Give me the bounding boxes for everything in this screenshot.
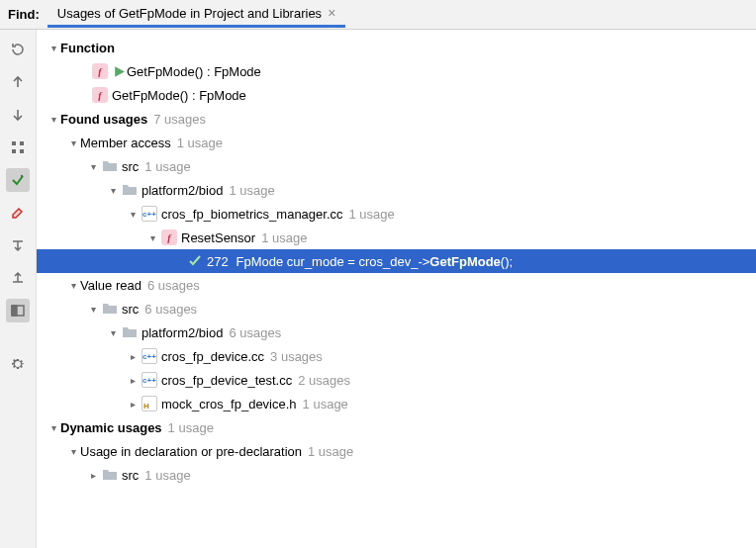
chevron-down-icon[interactable]: ▾	[126, 209, 140, 220]
node-label: src	[122, 468, 139, 483]
settings-icon[interactable]	[6, 352, 30, 376]
find-header: Find: Usages of GetFpMode in Project and…	[0, 0, 756, 30]
usage-count: 1 usage	[349, 207, 395, 222]
close-icon[interactable]: ×	[328, 5, 335, 21]
down-arrow-icon[interactable]	[6, 103, 30, 127]
svg-rect-1	[20, 141, 24, 145]
chevron-down-icon[interactable]: ▾	[106, 185, 120, 196]
preview-icon[interactable]	[6, 299, 30, 322]
function-icon: f	[90, 63, 110, 79]
chevron-down-icon[interactable]: ▾	[86, 161, 100, 172]
node-label: Found usages	[60, 112, 147, 127]
find-label: Find:	[0, 7, 47, 22]
usage-count: 1 usage	[308, 444, 353, 459]
tree-node-function-item[interactable]: f GetFpMode() : FpMode	[37, 59, 756, 83]
node-label: Member access	[80, 136, 171, 150]
usage-count: 1 usage	[229, 183, 274, 198]
tree-node-function[interactable]: ▾ Function	[37, 36, 756, 59]
node-label: Usage in declaration or pre-declaration	[80, 444, 302, 459]
toolbar	[0, 30, 37, 548]
tree-node-found-usages[interactable]: ▾ Found usages 7 usages	[37, 107, 756, 131]
tab-title: Usages of GetFpMode in Project and Libra…	[57, 6, 322, 21]
node-label: Value read	[80, 278, 142, 293]
node-label: src	[122, 159, 139, 174]
tree-node-src[interactable]: ▾ src 1 usage	[37, 154, 756, 178]
node-label: platform2/biod	[142, 325, 223, 340]
tree-node-func[interactable]: ▾ f ResetSensor 1 usage	[37, 226, 756, 249]
tree-node-dynamic-usages[interactable]: ▾ Dynamic usages 1 usage	[37, 415, 756, 439]
chevron-right-icon[interactable]: ▸	[86, 470, 100, 481]
node-label: platform2/biod	[142, 183, 223, 198]
cpp-file-icon: c++	[140, 348, 159, 364]
show-read-icon[interactable]	[6, 168, 30, 192]
node-label: ResetSensor	[181, 230, 255, 245]
usage-read-icon	[185, 254, 205, 268]
tree-node-src[interactable]: ▸ src 1 usage	[37, 463, 756, 487]
find-tab[interactable]: Usages of GetFpMode in Project and Libra…	[47, 1, 346, 28]
collapse-icon[interactable]	[6, 266, 30, 290]
svg-rect-3	[20, 149, 24, 153]
group-icon[interactable]	[6, 136, 30, 159]
folder-icon	[120, 324, 140, 340]
svg-point-4	[21, 175, 23, 177]
node-label: cros_fp_biometrics_manager.cc	[161, 207, 343, 222]
expand-icon[interactable]	[6, 233, 30, 257]
results-tree[interactable]: ▾ Function f GetFpMode() : FpMode f GetF…	[37, 30, 756, 548]
tree-node-file[interactable]: ▾ c++ cros_fp_biometrics_manager.cc 1 us…	[37, 202, 756, 226]
node-label: src	[122, 302, 139, 317]
folder-icon	[120, 182, 140, 198]
usage-count: 1 usage	[261, 230, 307, 245]
chevron-down-icon[interactable]: ▾	[106, 327, 120, 338]
up-arrow-icon[interactable]	[6, 70, 30, 94]
chevron-down-icon[interactable]: ▾	[47, 43, 60, 53]
usage-count: 6 usages	[147, 278, 200, 293]
chevron-down-icon[interactable]: ▾	[47, 422, 60, 433]
run-icon	[112, 64, 127, 78]
tree-node-function-item[interactable]: f GetFpMode() : FpMode	[37, 83, 756, 107]
usage-count: 3 usages	[270, 349, 323, 364]
chevron-right-icon[interactable]: ▸	[126, 399, 140, 410]
tree-node-src[interactable]: ▾ src 6 usages	[37, 297, 756, 320]
usage-count: 2 usages	[298, 373, 350, 388]
chevron-right-icon[interactable]: ▸	[126, 351, 140, 362]
tree-node-file[interactable]: ▸ c++ cros_fp_device.cc 3 usages	[37, 344, 756, 368]
svg-rect-0	[12, 141, 16, 145]
folder-icon	[100, 158, 120, 174]
tree-node-file[interactable]: ▸ c++ cros_fp_device_test.cc 2 usages	[37, 368, 756, 392]
function-icon: f	[159, 229, 179, 245]
chevron-down-icon[interactable]: ▾	[66, 137, 80, 148]
tree-node-package[interactable]: ▾ platform2/biod 6 usages	[37, 320, 756, 344]
svg-rect-6	[12, 306, 17, 316]
usage-count: 1 usage	[303, 397, 348, 411]
tree-node-declaration[interactable]: ▾ Usage in declaration or pre-declaratio…	[37, 439, 756, 463]
usage-count: 6 usages	[144, 302, 197, 317]
tree-node-value-read[interactable]: ▾ Value read 6 usages	[37, 273, 756, 297]
chevron-down-icon[interactable]: ▾	[66, 280, 80, 291]
tree-node-file[interactable]: ▸ H mock_cros_fp_device.h 1 usage	[37, 392, 756, 415]
svg-marker-7	[115, 66, 125, 77]
usage-count: 7 usages	[153, 112, 206, 127]
folder-icon	[100, 467, 120, 483]
tree-node-member-access[interactable]: ▾ Member access 1 usage	[37, 131, 756, 154]
show-write-icon[interactable]	[6, 201, 30, 225]
node-label: GetFpMode() : FpMode	[127, 64, 261, 79]
rerun-icon[interactable]	[6, 38, 30, 61]
tree-node-usage-line[interactable]: 272 FpMode cur_mode = cros_dev_->GetFpMo…	[37, 249, 756, 273]
usage-count: 1 usage	[168, 420, 214, 435]
chevron-right-icon[interactable]: ▸	[126, 375, 140, 386]
chevron-down-icon[interactable]: ▾	[145, 232, 159, 243]
node-label: cros_fp_device.cc	[161, 349, 264, 364]
node-label: cros_fp_device_test.cc	[161, 373, 292, 388]
chevron-down-icon[interactable]: ▾	[47, 114, 60, 125]
chevron-down-icon[interactable]: ▾	[86, 304, 100, 315]
h-file-icon: H	[140, 396, 159, 411]
svg-rect-2	[12, 149, 16, 153]
folder-icon	[100, 301, 120, 317]
node-label: mock_cros_fp_device.h	[161, 397, 297, 411]
function-icon: f	[90, 87, 110, 103]
tree-node-package[interactable]: ▾ platform2/biod 1 usage	[37, 178, 756, 202]
node-label: Dynamic usages	[60, 420, 162, 435]
usage-count: 1 usage	[144, 159, 190, 174]
usage-count: 1 usage	[144, 468, 190, 483]
chevron-down-icon[interactable]: ▾	[66, 446, 80, 457]
